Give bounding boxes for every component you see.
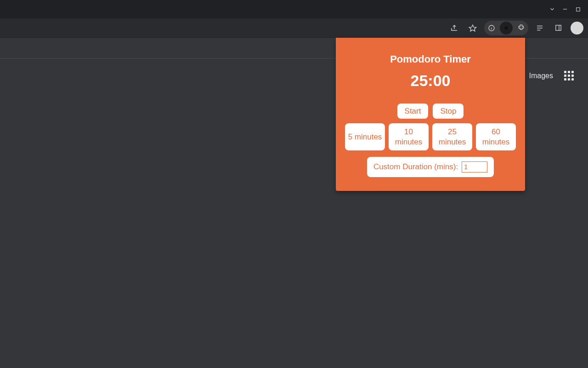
page-body: Images Pomodoro Timer 25:00 Start Stop 5… [0, 38, 588, 368]
sidepanel-icon[interactable] [551, 21, 565, 35]
custom-duration-label: Custom Duration (mins): [373, 162, 458, 172]
minimize-button[interactable] [559, 3, 571, 16]
timer-display: 25:00 [345, 72, 516, 90]
start-button[interactable]: Start [397, 104, 429, 119]
pomodoro-popup: Pomodoro Timer 25:00 Start Stop 5 minute… [336, 38, 525, 191]
preset-5-button[interactable]: 5 minutes [345, 123, 385, 150]
svg-point-7 [505, 26, 508, 29]
share-icon[interactable] [447, 21, 461, 35]
svg-rect-11 [555, 25, 560, 30]
custom-row: Custom Duration (mins): [345, 157, 516, 177]
preset-60-button[interactable]: 60 minutes [476, 123, 516, 150]
reading-list-icon[interactable] [533, 21, 547, 35]
custom-duration-input[interactable] [462, 161, 487, 172]
tabs-dropdown-icon[interactable] [546, 3, 559, 16]
bookmark-star-icon[interactable] [466, 21, 480, 35]
maximize-button[interactable] [571, 3, 584, 16]
stop-button[interactable]: Stop [433, 104, 464, 119]
popup-title: Pomodoro Timer [345, 53, 516, 65]
svg-marker-3 [469, 25, 476, 31]
preset-10-button[interactable]: 10 minutes [389, 123, 429, 150]
preset-row: 5 minutes 10 minutes 25 minutes 60 minut… [345, 123, 516, 150]
apps-grid-icon[interactable] [564, 71, 574, 81]
preset-25-button[interactable]: 25 minutes [432, 123, 472, 150]
control-row: Start Stop [345, 104, 516, 119]
custom-duration-container: Custom Duration (mins): [367, 157, 494, 177]
toolbar-icons [447, 21, 588, 35]
site-info-icon[interactable] [485, 22, 498, 34]
images-link[interactable]: Images [529, 72, 553, 80]
titlebar [0, 0, 588, 18]
profile-avatar[interactable] [571, 22, 583, 34]
active-extension-icon[interactable] [500, 22, 513, 34]
page-top-links: Images [529, 71, 574, 81]
extensions-puzzle-icon[interactable] [514, 22, 527, 34]
browser-toolbar [0, 18, 588, 38]
extension-pill [484, 21, 528, 35]
svg-rect-1 [576, 7, 580, 11]
